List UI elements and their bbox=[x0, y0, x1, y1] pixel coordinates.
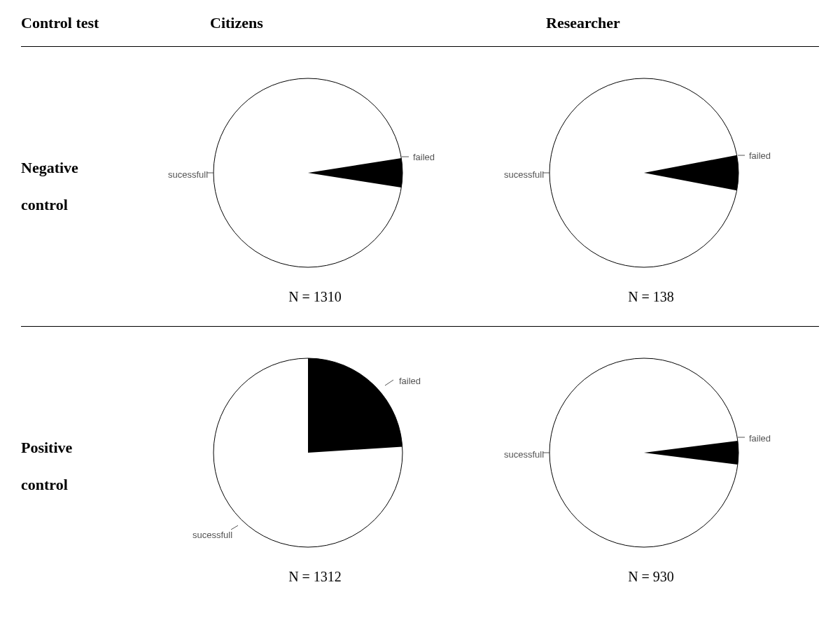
slice-label-failed: failed bbox=[749, 150, 771, 161]
row-label-negative: Negative control bbox=[21, 150, 147, 224]
caption-n: N = 138 bbox=[628, 289, 674, 305]
caption-n: N = 1312 bbox=[288, 569, 342, 585]
pie-negative-citizens: sucessfull failed bbox=[161, 68, 469, 285]
row-label-line: control bbox=[21, 187, 147, 224]
slice-label-success: sucessfull bbox=[504, 449, 544, 460]
divider bbox=[21, 46, 819, 47]
pie-positive-citizens: sucessfull failed bbox=[161, 348, 469, 565]
slice-label-failed: failed bbox=[413, 152, 435, 162]
row-label-line: Positive bbox=[21, 430, 147, 467]
slice-label-success: sucessfull bbox=[504, 169, 544, 180]
cell-positive-researcher: sucessfull failed N = 930 bbox=[483, 348, 819, 585]
row-negative-control: Negative control sucessfull failed N = 1… bbox=[21, 68, 819, 305]
slice-label-success: sucessfull bbox=[168, 169, 208, 180]
table-header: Control test Citizens Researcher bbox=[21, 14, 819, 46]
row-positive-control: Positive control sucessfull failed N = 1… bbox=[21, 348, 819, 585]
cell-positive-citizens: sucessfull failed N = 1312 bbox=[147, 348, 483, 585]
cell-negative-citizens: sucessfull failed N = 1310 bbox=[147, 68, 483, 305]
pie-positive-researcher: sucessfull failed bbox=[497, 348, 805, 565]
slice-label-success: sucessfull bbox=[192, 530, 232, 540]
slice-label-failed: failed bbox=[399, 376, 421, 386]
divider bbox=[21, 326, 819, 327]
caption-n: N = 1310 bbox=[288, 289, 342, 305]
pie-negative-researcher: sucessfull failed bbox=[497, 68, 805, 285]
slice-label-failed: failed bbox=[749, 433, 771, 444]
caption-n: N = 930 bbox=[628, 569, 674, 585]
cell-negative-researcher: sucessfull failed N = 138 bbox=[483, 68, 819, 305]
header-control-test: Control test bbox=[21, 14, 147, 32]
header-researcher: Researcher bbox=[483, 14, 819, 32]
header-citizens: Citizens bbox=[147, 14, 483, 32]
row-label-line: Negative bbox=[21, 150, 147, 187]
row-label-line: control bbox=[21, 467, 147, 504]
row-label-positive: Positive control bbox=[21, 430, 147, 504]
